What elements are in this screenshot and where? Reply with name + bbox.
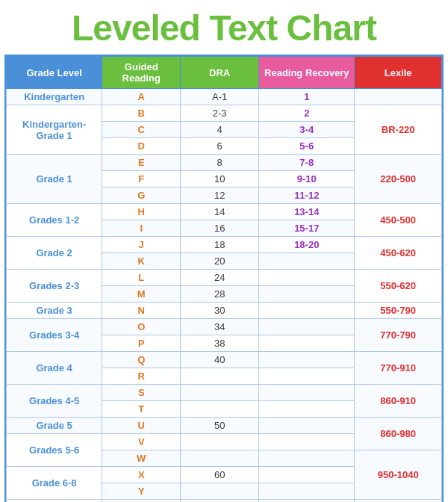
lexile-cell: 1000-1160 (355, 500, 442, 503)
grade-cell: Grade 4 (7, 352, 102, 385)
reading-cell (259, 500, 355, 503)
guided-cell: L (102, 270, 181, 286)
reading-cell (259, 385, 355, 401)
lexile-cell: 950-1040 (355, 450, 442, 500)
lexile-cell: 450-500 (355, 204, 442, 237)
dra-cell: A-1 (181, 89, 259, 105)
dra-cell: 12 (181, 188, 259, 204)
lexile-cell: 550-620 (355, 270, 442, 303)
table-row: Grades 2-3L24550-620 (7, 270, 442, 286)
grade-cell: Kindergarten-Grade 1 (7, 105, 102, 155)
table-row: Grade 3N30550-790 (7, 303, 442, 319)
table-row: Grades 1-2H1413-14450-500 (7, 204, 442, 220)
grade-cell: Grades 2-3 (7, 270, 102, 303)
reading-cell (259, 286, 355, 303)
reading-cell (259, 319, 355, 335)
dra-cell: 8 (181, 155, 259, 171)
guided-cell: Y (102, 483, 181, 500)
lexile-cell: 450-620 (355, 237, 442, 270)
guided-cell: M (102, 286, 181, 303)
reading-cell: 7-8 (259, 155, 355, 171)
guided-cell: Z (102, 500, 181, 503)
grade-cell: Grades 4-5 (7, 385, 102, 418)
guided-cell: U (102, 418, 181, 434)
guided-cell: V (102, 434, 181, 450)
dra-cell: 60 (181, 467, 259, 483)
grade-cell: Grades 5-6 (7, 434, 102, 467)
reading-cell: 5-6 (259, 138, 355, 155)
reading-cell (259, 368, 355, 385)
grade-cell: Grade 2 (7, 237, 102, 270)
dra-cell: 38 (181, 335, 259, 352)
dra-cell: 40 (181, 352, 259, 368)
reading-cell (259, 450, 355, 467)
dra-cell (181, 434, 259, 450)
reading-cell (259, 467, 355, 483)
guided-cell: N (102, 303, 181, 319)
reading-cell (259, 434, 355, 450)
reading-cell: 11-12 (259, 188, 355, 204)
col-header-dra: DRA (181, 57, 259, 89)
table-row: Grades 7-8Z801000-1160 (7, 500, 442, 503)
guided-cell: K (102, 253, 181, 270)
dra-cell: 18 (181, 237, 259, 253)
guided-cell: G (102, 188, 181, 204)
dra-cell: 6 (181, 138, 259, 155)
reading-cell (259, 418, 355, 434)
dra-cell (181, 483, 259, 500)
page-title: Leveled Text Chart (0, 0, 448, 55)
table-row: KindergartenAA-11 (7, 89, 442, 105)
reading-cell: 2 (259, 105, 355, 122)
dra-cell (181, 450, 259, 467)
table-row: Grades 4-5S860-910 (7, 385, 442, 401)
table-row: Grade 1E87-8220-500 (7, 155, 442, 171)
reading-cell: 3-4 (259, 122, 355, 138)
lexile-cell: 220-500 (355, 155, 442, 204)
dra-cell: 30 (181, 303, 259, 319)
guided-cell: B (102, 105, 181, 122)
guided-cell: C (102, 122, 181, 138)
guided-cell: I (102, 220, 181, 237)
col-header-guided: Guided Reading (102, 57, 181, 89)
guided-cell: A (102, 89, 181, 105)
table-row: Grade 2J1818-20450-620 (7, 237, 442, 253)
dra-cell: 24 (181, 270, 259, 286)
dra-cell: 16 (181, 220, 259, 237)
reading-cell (259, 352, 355, 368)
guided-cell: R (102, 368, 181, 385)
reading-cell (259, 270, 355, 286)
guided-cell: F (102, 171, 181, 188)
dra-cell: 50 (181, 418, 259, 434)
col-header-lexile: Lexile (355, 57, 442, 89)
lexile-cell: BR-220 (355, 105, 442, 155)
dra-cell: 10 (181, 171, 259, 188)
table-row: Grades 3-4O34770-790 (7, 319, 442, 335)
grade-cell: Grades 3-4 (7, 319, 102, 352)
grade-cell: Kindergarten (7, 89, 102, 105)
reading-cell (259, 483, 355, 500)
guided-cell: H (102, 204, 181, 220)
dra-cell (181, 401, 259, 418)
guided-cell: S (102, 385, 181, 401)
dra-cell (181, 368, 259, 385)
lexile-cell: 550-790 (355, 303, 442, 319)
col-header-grade: Grade Level (7, 57, 102, 89)
reading-cell: 13-14 (259, 204, 355, 220)
reading-cell (259, 303, 355, 319)
reading-cell (259, 401, 355, 418)
guided-cell: D (102, 138, 181, 155)
lexile-cell (355, 89, 442, 105)
chart-container: Grade Level Guided Reading DRA Reading R… (4, 55, 444, 502)
reading-cell: 1 (259, 89, 355, 105)
dra-cell: 28 (181, 286, 259, 303)
guided-cell: J (102, 237, 181, 253)
lexile-cell: 860-910 (355, 385, 442, 418)
reading-cell: 9-10 (259, 171, 355, 188)
col-header-reading: Reading Recovery (259, 57, 355, 89)
lexile-cell: 770-790 (355, 319, 442, 352)
lexile-cell: 860-980 (355, 418, 442, 450)
table-row: Kindergarten-Grade 1B2-32BR-220 (7, 105, 442, 122)
grade-cell: Grade 5 (7, 418, 102, 434)
dra-cell: 80 (181, 500, 259, 503)
lexile-cell: 770-910 (355, 352, 442, 385)
